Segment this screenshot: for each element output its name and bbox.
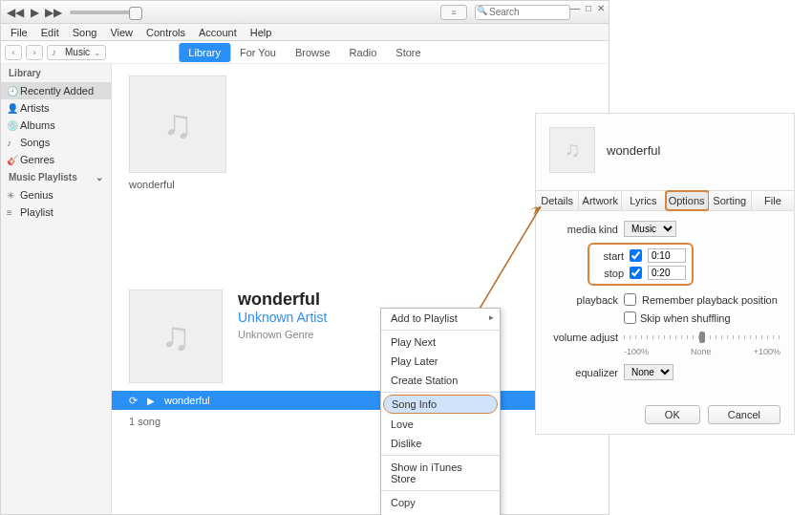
song-artwork[interactable]: ♫: [129, 290, 223, 383]
sidebar-header-library: Library: [1, 64, 111, 82]
guitar-icon: 🎸: [7, 155, 18, 165]
now-playing-title: wonderful: [164, 395, 210, 406]
dialog-tab-lyrics[interactable]: Lyrics: [622, 191, 665, 210]
skip-checkbox[interactable]: [624, 311, 636, 324]
music-note-icon: ♫: [565, 138, 581, 162]
menu-edit[interactable]: Edit: [35, 27, 65, 38]
dialog-tab-sorting[interactable]: Sorting: [709, 191, 752, 210]
menu-controls[interactable]: Controls: [140, 27, 191, 38]
menu-file[interactable]: File: [5, 27, 33, 38]
dialog-tab-artwork[interactable]: Artwork: [579, 191, 622, 210]
ctx-dislike[interactable]: Dislike: [381, 434, 500, 453]
sidebar-item-recently-added[interactable]: 🕘Recently Added: [1, 82, 111, 99]
ctx-play-later[interactable]: Play Later: [381, 352, 500, 371]
sidebar-item-genius[interactable]: ✳Genius: [1, 186, 111, 204]
ctx-create-station[interactable]: Create Station: [381, 371, 500, 390]
minimize-button[interactable]: —: [570, 3, 580, 13]
start-checkbox[interactable]: [630, 249, 642, 262]
ctx-show-in-store[interactable]: Show in iTunes Store: [381, 458, 500, 488]
volume-slider[interactable]: [70, 11, 137, 14]
play-icon: ▶: [147, 396, 155, 406]
song-artist[interactable]: Unknown Artist: [238, 310, 327, 325]
menu-account[interactable]: Account: [193, 27, 243, 38]
maximize-button[interactable]: □: [586, 3, 591, 13]
library-selector[interactable]: Music: [47, 45, 106, 60]
stop-label: stop: [595, 268, 624, 279]
stop-time-input[interactable]: [648, 266, 686, 280]
sidebar-item-genres[interactable]: 🎸Genres: [1, 151, 111, 168]
equalizer-select[interactable]: None: [624, 364, 673, 380]
prev-button[interactable]: ◀◀: [7, 4, 24, 21]
start-stop-highlight: start stop: [588, 243, 694, 286]
dialog-tab-file[interactable]: File: [752, 191, 794, 210]
music-note-icon: ♫: [162, 101, 193, 147]
tab-store[interactable]: Store: [386, 43, 430, 62]
artist-icon: 👤: [7, 103, 18, 114]
tab-library[interactable]: Library: [179, 43, 230, 62]
album-icon: 💿: [7, 120, 18, 131]
skip-label: Skip when shuffling: [640, 312, 731, 324]
chevron-down-icon[interactable]: ⌄: [96, 172, 103, 182]
search-input[interactable]: [475, 5, 570, 20]
ctx-play-next[interactable]: Play Next: [381, 333, 500, 352]
ctx-add-to-playlist[interactable]: Add to Playlist: [381, 309, 500, 328]
tab-foryou[interactable]: For You: [230, 43, 286, 62]
song-title: wonderful: [238, 290, 327, 310]
start-time-input[interactable]: [648, 248, 686, 263]
cancel-button[interactable]: Cancel: [708, 405, 780, 424]
songs-count: 1 song: [112, 410, 609, 433]
playback-label: playback: [549, 294, 618, 306]
playlist-icon: ≡: [7, 207, 12, 218]
ok-button[interactable]: OK: [645, 405, 700, 424]
equalizer-label: equalizer: [549, 367, 618, 378]
note-icon: ♪: [7, 138, 11, 148]
tab-browse[interactable]: Browse: [286, 43, 340, 62]
dialog-artwork: ♫: [549, 127, 595, 173]
menu-help[interactable]: Help: [245, 27, 278, 38]
sidebar-item-songs[interactable]: ♪Songs: [1, 134, 111, 151]
volume-adjust-slider[interactable]: [624, 335, 780, 339]
forward-button[interactable]: ›: [26, 45, 43, 60]
genius-icon: ✳: [7, 190, 14, 201]
clock-icon: 🕘: [7, 86, 18, 97]
sidebar-item-playlist[interactable]: ≡Playlist: [1, 204, 111, 221]
media-kind-label: media kind: [549, 224, 618, 235]
menu-song[interactable]: Song: [67, 27, 103, 38]
media-kind-select[interactable]: Music: [624, 221, 676, 237]
remember-checkbox[interactable]: [624, 293, 636, 306]
vol-min: -100%: [624, 347, 649, 356]
start-label: start: [595, 250, 624, 262]
stop-checkbox[interactable]: [630, 267, 642, 279]
ctx-copy[interactable]: Copy: [381, 493, 500, 512]
context-menu: Add to Playlist Play Next Play Later Cre…: [380, 308, 501, 515]
sidebar-item-albums[interactable]: 💿Albums: [1, 117, 111, 134]
menu-view[interactable]: View: [104, 27, 139, 38]
dialog-title: wonderful: [607, 143, 660, 158]
vol-max: +100%: [754, 347, 780, 356]
view-toggle-button[interactable]: ≡: [440, 5, 467, 20]
menubar: File Edit Song View Controls Account Hel…: [1, 24, 609, 41]
play-button[interactable]: ▶: [26, 4, 43, 21]
tab-radio[interactable]: Radio: [340, 43, 387, 62]
vol-mid: None: [691, 347, 712, 356]
volume-adjust-label: volume adjust: [549, 332, 618, 343]
sidebar-header-playlists: Music Playlists⌄: [1, 168, 111, 186]
song-info-dialog: ♫ wonderful Details Artwork Lyrics Optio…: [535, 113, 795, 435]
close-button[interactable]: ✕: [597, 3, 605, 13]
remember-label: Remember playback position: [642, 294, 778, 306]
dialog-tab-details[interactable]: Details: [536, 191, 579, 210]
song-genre: Unknown Genre: [238, 329, 327, 340]
ctx-love[interactable]: Love: [381, 415, 500, 434]
next-button[interactable]: ▶▶: [45, 4, 62, 21]
album-name: wonderful: [129, 179, 591, 190]
sidebar-item-artists[interactable]: 👤Artists: [1, 99, 111, 117]
ctx-song-info[interactable]: Song Info: [383, 395, 498, 414]
now-playing-row[interactable]: ⟳ ▶ wonderful: [112, 391, 609, 410]
loop-icon: ⟳: [129, 395, 138, 407]
dialog-tab-options[interactable]: Options: [666, 191, 709, 210]
album-thumbnail[interactable]: ♫: [129, 75, 226, 173]
back-button[interactable]: ‹: [5, 45, 22, 60]
music-note-icon: ♫: [160, 313, 191, 359]
